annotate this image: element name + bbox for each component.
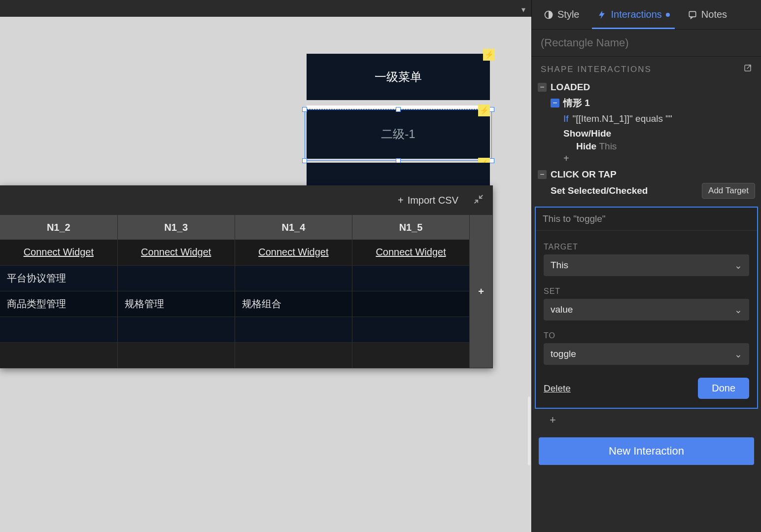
tab-interactions-label: Interactions: [611, 9, 661, 20]
connect-widget-link[interactable]: Connect Widget: [24, 247, 94, 257]
hide-label: Hide: [576, 141, 596, 151]
interaction-bolt-icon[interactable]: ⚡: [478, 105, 490, 116]
widget-menu-l2[interactable]: 二级-1: [307, 109, 490, 159]
widget-menu-l1-label: 一级菜单: [375, 69, 422, 85]
event-label: LOADED: [551, 82, 590, 93]
set-value: value: [551, 304, 573, 315]
table-cell[interactable]: 规格组合: [235, 291, 352, 317]
target-value: This: [551, 260, 568, 271]
table-cell[interactable]: [235, 342, 352, 368]
set-label: SET: [544, 287, 749, 296]
widget-name-row: [532, 30, 761, 57]
condition-row[interactable]: If "[[Item.N1_1]]" equals "": [563, 111, 755, 126]
data-panel-header: + Import CSV: [0, 185, 493, 215]
target-select[interactable]: This ⌄: [544, 254, 749, 276]
table-cell[interactable]: [235, 265, 352, 291]
section-title-row: SHAPE INTERACTIONS: [532, 57, 761, 80]
canvas-area[interactable]: 一级菜单 ⚡ 二级-1 ⚡ ⚡ + Import CSV N1_2: [0, 17, 531, 532]
collapse-toggle[interactable]: −: [538, 83, 547, 92]
column-header[interactable]: N1_4: [235, 215, 352, 240]
toolbar-dropdown-icon[interactable]: ▾: [521, 5, 525, 14]
popout-icon[interactable]: [743, 64, 752, 75]
column-header[interactable]: N1_2: [0, 215, 117, 240]
done-button[interactable]: Done: [698, 378, 749, 399]
action-set-selected-row[interactable]: Set Selected/Checked Add Target: [538, 182, 755, 199]
condition-text: "[[Item.N1_1]]" equals "": [573, 113, 672, 124]
connect-widget-link[interactable]: Connect Widget: [141, 247, 211, 257]
table-cell[interactable]: 商品类型管理: [0, 291, 117, 317]
plus-icon: +: [398, 195, 404, 206]
table-cell[interactable]: [235, 317, 352, 342]
collapse-toggle[interactable]: −: [538, 170, 547, 179]
new-interaction-button[interactable]: New Interaction: [539, 437, 754, 465]
connect-widget-link[interactable]: Connect Widget: [376, 247, 446, 257]
canvas-scrollbar[interactable]: [528, 396, 530, 465]
table-cell[interactable]: [352, 291, 469, 317]
table-cell[interactable]: [117, 265, 235, 291]
active-indicator-dot: [666, 13, 670, 17]
widget-menu-l2-label: 二级-1: [381, 126, 415, 142]
table-cell[interactable]: [117, 317, 235, 342]
column-header[interactable]: N1_3: [117, 215, 235, 240]
table-row: [0, 317, 493, 342]
tab-notes[interactable]: Notes: [679, 0, 736, 29]
table-row: 商品类型管理 规格管理 规格组合: [0, 291, 493, 317]
delete-action-link[interactable]: Delete: [544, 383, 571, 394]
tab-style-label: Style: [557, 9, 579, 20]
widget-name-input[interactable]: [541, 36, 752, 49]
selection-handle[interactable]: [489, 158, 494, 163]
widget-menu-l1[interactable]: 一级菜单 ⚡: [307, 54, 490, 100]
interaction-tree: − LOADED − 情形 1 If "[[Item.N1_1]]" equal…: [532, 80, 761, 204]
chevron-down-icon: ⌄: [734, 349, 742, 360]
action-showhide[interactable]: Show/Hide: [563, 126, 755, 141]
connect-widget-link[interactable]: Connect Widget: [258, 247, 328, 257]
to-label: TO: [544, 331, 749, 340]
table-cell[interactable]: [352, 265, 469, 291]
table-header-row: N1_2 N1_3 N1_4 N1_5 +: [0, 215, 493, 240]
import-csv-label: Import CSV: [408, 195, 458, 206]
connect-widget-row: Connect Widget Connect Widget Connect Wi…: [0, 240, 493, 265]
table-cell[interactable]: [352, 342, 469, 368]
set-select[interactable]: value ⌄: [544, 299, 749, 320]
table-cell[interactable]: 规格管理: [117, 291, 235, 317]
section-title: SHAPE INTERACTIONS: [541, 65, 652, 74]
collapse-panel-icon[interactable]: [473, 194, 484, 207]
add-column-button[interactable]: +: [470, 215, 493, 368]
to-value: toggle: [551, 349, 576, 359]
selection-handle[interactable]: [489, 107, 494, 112]
target-label: TARGET: [544, 243, 749, 251]
collapse-toggle[interactable]: −: [551, 99, 559, 107]
add-action-button[interactable]: +: [532, 409, 761, 426]
inspector-panel: Style Interactions Notes SHAPE INTERACTI…: [531, 0, 761, 532]
event-click[interactable]: − CLICK OR TAP: [538, 167, 755, 182]
interaction-bolt-icon[interactable]: ⚡: [483, 49, 495, 61]
table-cell[interactable]: [352, 317, 469, 342]
case-label: 情形 1: [563, 97, 590, 109]
tab-interactions[interactable]: Interactions: [588, 0, 678, 29]
hide-target: This: [599, 141, 617, 151]
if-keyword: If: [563, 113, 569, 124]
add-target-button[interactable]: Add Target: [702, 183, 755, 199]
action-hide-detail[interactable]: Hide This: [563, 141, 755, 152]
selection-handle[interactable]: [302, 107, 307, 112]
tab-style[interactable]: Style: [535, 0, 588, 29]
widget-menu-l3-stub[interactable]: [307, 163, 490, 186]
chevron-down-icon: ⌄: [734, 260, 742, 271]
event-loaded[interactable]: − LOADED: [538, 80, 755, 95]
table-cell[interactable]: [0, 317, 117, 342]
import-csv-button[interactable]: + Import CSV: [398, 195, 458, 206]
selection-handle[interactable]: [396, 107, 401, 112]
column-header[interactable]: N1_5: [352, 215, 469, 240]
chevron-down-icon: ⌄: [734, 304, 742, 316]
add-action-button[interactable]: +: [563, 152, 755, 165]
table-cell[interactable]: [0, 342, 117, 368]
case-row[interactable]: − 情形 1: [551, 95, 755, 111]
event-label: CLICK OR TAP: [551, 169, 617, 180]
tab-notes-label: Notes: [701, 9, 727, 20]
to-select[interactable]: toggle ⌄: [544, 343, 749, 365]
widget-menu-l2-wrap: 二级-1: [307, 106, 490, 159]
table-cell[interactable]: 平台协议管理: [0, 265, 117, 291]
repeater-data-panel: + Import CSV N1_2 N1_3 N1_4 N1_5 + Conne…: [0, 185, 493, 368]
style-icon: [544, 10, 553, 20]
table-cell[interactable]: [117, 342, 235, 368]
